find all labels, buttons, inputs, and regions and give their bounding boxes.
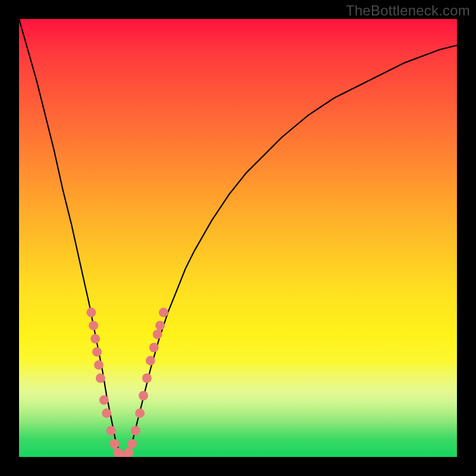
marker-dot (96, 374, 105, 383)
marker-dot (155, 321, 165, 330)
watermark-text: TheBottleneck.com (346, 2, 470, 19)
marker-dot (146, 356, 155, 365)
marker-dot (153, 330, 162, 339)
marker-dot (94, 360, 104, 369)
marker-dot (131, 426, 140, 436)
marker-dot (135, 408, 145, 418)
chart-svg (19, 19, 457, 457)
marker-dot (149, 343, 159, 352)
plot-area (19, 19, 457, 457)
marker-layer (86, 308, 168, 457)
marker-dot (90, 334, 100, 343)
outer-frame: TheBottleneck.com (0, 0, 476, 476)
marker-dot (109, 439, 119, 449)
marker-dot (99, 395, 109, 405)
marker-dot (89, 321, 98, 330)
bottleneck-curve (19, 19, 457, 457)
marker-dot (102, 408, 111, 418)
marker-dot (86, 308, 96, 317)
marker-dot (139, 391, 148, 400)
marker-dot (142, 374, 152, 383)
marker-dot (107, 426, 116, 436)
marker-dot (159, 308, 168, 317)
marker-dot (127, 439, 137, 449)
marker-dot (92, 347, 102, 356)
marker-dot (124, 448, 133, 457)
